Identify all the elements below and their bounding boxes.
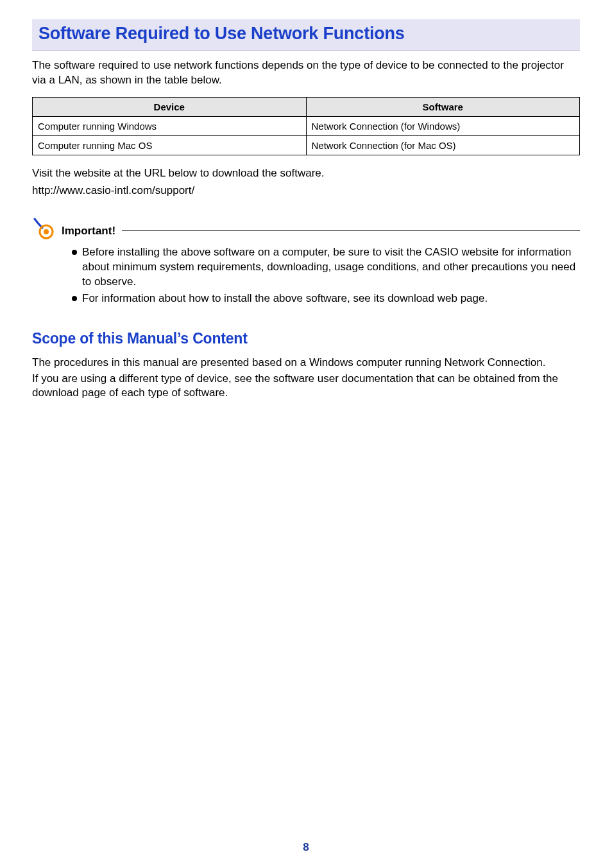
list-item: Before installing the above software on … (72, 245, 580, 290)
visit-text: Visit the website at the URL below to do… (32, 166, 580, 181)
svg-point-1 (44, 229, 49, 234)
table-header-software: Software (306, 97, 580, 116)
important-label: Important! (62, 223, 115, 239)
download-url: http://www.casio-intl.com/support/ (32, 183, 580, 198)
table-cell-software: Network Connection (for Mac OS) (306, 135, 580, 155)
page-number: 8 (32, 840, 580, 855)
table-cell-software: Network Connection (for Windows) (306, 116, 580, 135)
heading-1-bar: Software Required to Use Network Functio… (32, 19, 580, 51)
table-cell-device: Computer running Mac OS (33, 135, 307, 155)
important-block: Important! Before installing the above s… (32, 218, 580, 309)
scope-paragraph-2: If you are using a different type of dev… (32, 372, 580, 401)
important-bullet-list: Before installing the above software on … (32, 245, 580, 307)
important-icon (32, 218, 58, 243)
table-header-device: Device (33, 97, 307, 116)
table-row: Computer running Windows Network Connect… (33, 116, 580, 135)
table-row: Computer running Mac OS Network Connecti… (33, 135, 580, 155)
scope-paragraph-1: The procedures in this manual are presen… (32, 356, 580, 370)
table-cell-device: Computer running Windows (33, 116, 307, 135)
horizontal-rule (122, 230, 580, 231)
list-item: For information about how to install the… (72, 291, 580, 306)
heading-2: Scope of this Manual’s Content (32, 328, 580, 349)
intro-paragraph: The software required to use network fun… (32, 58, 580, 88)
important-header: Important! (32, 218, 580, 243)
software-table: Device Software Computer running Windows… (32, 97, 580, 155)
heading-1: Software Required to Use Network Functio… (38, 22, 574, 46)
